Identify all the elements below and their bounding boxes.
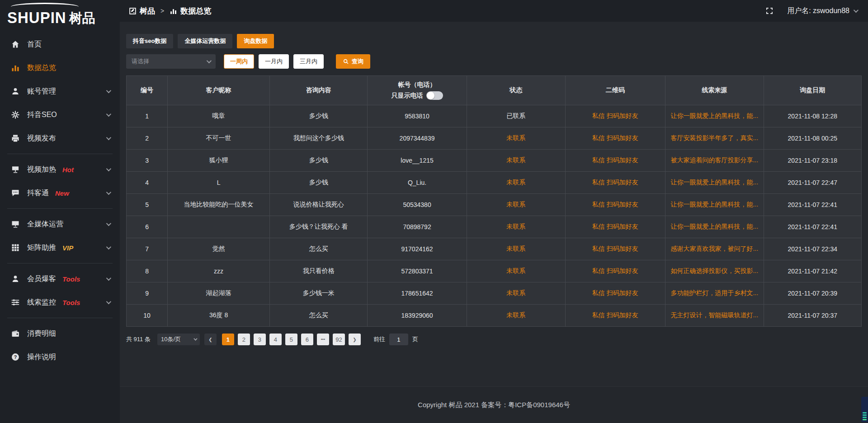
page-suffix-label: 页 (412, 335, 418, 343)
cell-id: 2 (127, 127, 168, 150)
page-ellipsis-button[interactable]: ••• (317, 334, 329, 345)
table-row: 5当地比较能吃的一位美女说说价格让我死心50534380未联系私信 扫码加好友让… (127, 194, 862, 216)
tab-douyin-seo-data[interactable]: 抖音seo数据 (126, 34, 173, 48)
range-button-one-week[interactable]: 一周内 (224, 54, 254, 69)
sidebar-item-data-overview[interactable]: 数据总览 (0, 56, 120, 80)
sidebar-item-label: 操作说明 (27, 352, 56, 362)
cell-account: 572803371 (368, 260, 467, 282)
cell-source[interactable]: 如何正确选择投影仪，买投影... (665, 260, 764, 282)
breadcrumb-item-shupin[interactable]: 树品 (129, 6, 155, 16)
username-value: zswodun88 (813, 7, 849, 15)
cell-qrcode[interactable]: 私信 扫码加好友 (565, 150, 665, 172)
inquiry-table: 编号客户昵称咨询内容帐号（电话）只显示电话状态二维码线索来源询盘日期 1哦章多少… (126, 75, 862, 327)
tab-media-operation-data[interactable]: 全媒体运营数据 (178, 34, 232, 48)
prev-page-button[interactable]: ❮ (204, 334, 217, 345)
sidebar-divider (7, 318, 113, 318)
cell-source[interactable]: 感谢大家喜欢我家，被问了好... (665, 238, 764, 260)
cell-id: 5 (127, 194, 168, 216)
bar-chart-icon (170, 7, 177, 15)
cell-account: 917024162 (368, 238, 467, 260)
column-header: 编号 (127, 76, 168, 105)
table-row: 6多少钱？让我死心 看70898792未联系私信 扫码加好友让你一眼就爱上的黑科… (127, 216, 862, 238)
badge-tools: Tools (62, 299, 80, 306)
sidebar-item-video-heating[interactable]: 视频加热Hot (0, 158, 120, 181)
cell-qrcode[interactable]: 私信 扫码加好友 (565, 305, 665, 327)
chevron-down-icon (106, 276, 111, 281)
pagination: 共 911 条 10条/页 ❮123456•••92❯ 前往 1 页 (126, 334, 862, 345)
tab-inquiry-data[interactable]: 询盘数据 (237, 34, 274, 48)
cell-content: 多少钱 (270, 172, 368, 194)
page-size-value: 10条/页 (161, 335, 181, 343)
sidebar-item-video-publish[interactable]: 视频发布 (0, 127, 120, 150)
cell-source[interactable]: 让你一眼就爱上的黑科技，能... (665, 172, 764, 194)
chevron-down-icon (207, 58, 212, 63)
phone-only-toggle[interactable] (426, 91, 443, 100)
table-row: 1036度 8怎么买183929060未联系私信 扫码加好友无主灯设计，智能磁吸… (127, 305, 862, 327)
page-button-4[interactable]: 4 (269, 334, 282, 345)
monitor-icon (11, 220, 20, 229)
cell-account: 183929060 (368, 305, 467, 327)
page-button-2[interactable]: 2 (238, 334, 250, 345)
sidebar-item-matrix-boost[interactable]: 矩阵助推VIP (0, 236, 120, 259)
range-button-one-month[interactable]: 一月内 (259, 54, 289, 69)
user-menu[interactable]: 用户名: zswodun88 (787, 6, 857, 16)
sidebar-item-douketong[interactable]: 抖客通New (0, 181, 120, 205)
cell-source[interactable]: 多功能护栏灯，适用于乡村文... (665, 282, 764, 305)
cell-qrcode[interactable]: 私信 扫码加好友 (565, 194, 665, 216)
filter-select[interactable]: 请选择 (126, 54, 216, 69)
cell-source[interactable]: 让你一眼就爱上的黑科技，能... (665, 194, 764, 216)
sidebar-item-operation-guide[interactable]: ?操作说明 (0, 345, 120, 369)
cell-qrcode[interactable]: 私信 扫码加好友 (565, 127, 665, 150)
cell-source[interactable]: 被大家追着问的客厅投影分享... (665, 150, 764, 172)
page-button-92[interactable]: 92 (333, 334, 345, 345)
column-header: 客户昵称 (168, 76, 270, 105)
cell-source[interactable]: 客厅安装投影半年多了，真实... (665, 127, 764, 150)
sidebar-item-douyin-seo[interactable]: 抖音SEO (0, 103, 120, 127)
breadcrumb-item-data-overview[interactable]: 数据总览 (170, 6, 211, 16)
range-button-three-months[interactable]: 三月内 (293, 54, 324, 69)
sidebar: SHUPIN树品 首页数据总览账号管理抖音SEO视频发布视频加热Hot抖客通Ne… (0, 0, 120, 423)
cell-qrcode[interactable]: 私信 扫码加好友 (565, 238, 665, 260)
page-button-5[interactable]: 5 (285, 334, 297, 345)
query-button[interactable]: 查询 (336, 54, 370, 69)
page-button-6[interactable]: 6 (301, 334, 313, 345)
breadcrumb-label: 数据总览 (180, 6, 211, 16)
cell-qrcode[interactable]: 私信 扫码加好友 (565, 172, 665, 194)
filter-select-placeholder: 请选择 (132, 57, 149, 66)
cell-qrcode[interactable]: 私信 扫码加好友 (565, 216, 665, 238)
goto-page-input[interactable]: 1 (389, 334, 408, 345)
sidebar-item-home[interactable]: 首页 (0, 33, 120, 56)
cell-nickname: 狐小狸 (168, 150, 270, 172)
cell-date: 2021-11-07 22:41 (764, 194, 861, 216)
date-range-group: 一周内一月内三月内 (216, 54, 324, 69)
column-header: 状态 (467, 76, 565, 105)
next-page-button[interactable]: ❯ (349, 334, 361, 345)
sidebar-item-account-management[interactable]: 账号管理 (0, 80, 120, 103)
page-button-3[interactable]: 3 (254, 334, 266, 345)
cell-source[interactable]: 无主灯设计，智能磁吸轨道灯... (665, 305, 764, 327)
breadcrumb: 树品 > 数据总览 (129, 6, 211, 16)
chevron-down-icon (106, 166, 111, 171)
floating-widget[interactable] (861, 397, 868, 422)
svg-text:?: ? (14, 354, 17, 360)
member-icon (11, 274, 20, 283)
page-size-select[interactable]: 10条/页 (157, 334, 200, 345)
cell-qrcode[interactable]: 私信 扫码加好友 (565, 260, 665, 282)
sidebar-item-media-operation[interactable]: 全媒体运营 (0, 212, 120, 236)
fullscreen-icon[interactable] (765, 7, 774, 15)
page-button-1[interactable]: 1 (222, 334, 234, 345)
sidebar-divider (7, 263, 113, 263)
cell-nickname: zzz (168, 260, 270, 282)
table-row: 9湖起湖落多少钱一米178651642未联系私信 扫码加好友多功能护栏灯，适用于… (127, 282, 862, 305)
badge-new: New (55, 189, 69, 197)
breadcrumb-label: 树品 (140, 6, 155, 16)
sidebar-item-clue-monitor[interactable]: 线索监控Tools (0, 291, 120, 314)
cell-qrcode[interactable]: 私信 扫码加好友 (565, 105, 665, 127)
cell-source[interactable]: 让你一眼就爱上的黑科技，能... (665, 216, 764, 238)
sidebar-item-member-baoke[interactable]: 会员爆客Tools (0, 267, 120, 291)
copyright-text: Copyright 树品 2021 备案号：粤ICP备09019646号 (418, 401, 570, 409)
cell-source[interactable]: 让你一眼就爱上的黑科技，能... (665, 105, 764, 127)
cell-date: 2021-11-07 22:34 (764, 238, 861, 260)
cell-qrcode[interactable]: 私信 扫码加好友 (565, 282, 665, 305)
sidebar-item-consumption-detail[interactable]: 消费明细 (0, 322, 120, 345)
